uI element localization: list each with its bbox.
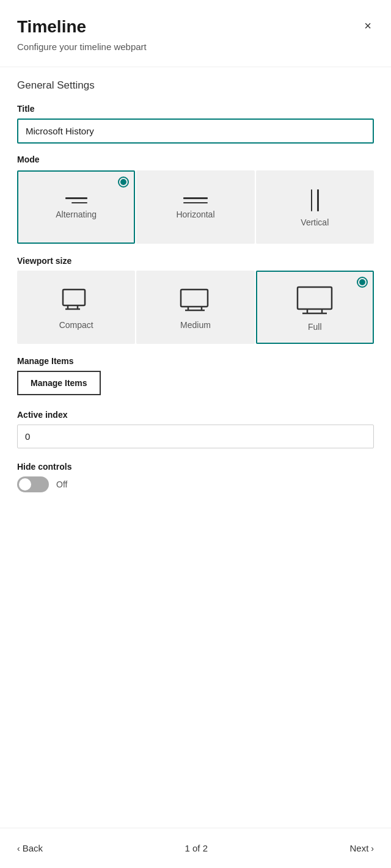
active-index-input[interactable] [17, 425, 374, 448]
panel-title: Timeline [17, 17, 374, 37]
radio-alternating [118, 177, 129, 188]
active-index-label: Active index [17, 410, 374, 420]
title-input[interactable] [17, 119, 374, 144]
header-divider [0, 67, 391, 67]
footer: ‹ Back 1 of 2 Next › [0, 828, 391, 868]
toggle-off-label: Off [56, 480, 67, 489]
content-area: General Settings Title Mode Alternating [0, 79, 391, 660]
toggle-track [17, 476, 49, 492]
hide-controls-toggle[interactable] [17, 476, 49, 492]
radio-full [357, 277, 368, 288]
vertical-label: Vertical [301, 217, 329, 227]
viewport-option-compact[interactable]: Compact [17, 271, 135, 344]
compact-icon [60, 287, 92, 314]
close-button[interactable]: × [362, 17, 374, 34]
back-chevron-icon: ‹ [17, 844, 20, 853]
compact-label: Compact [59, 320, 93, 330]
page-indicator: 1 of 2 [185, 843, 208, 853]
full-label: Full [308, 322, 322, 332]
hide-controls-row: Off [17, 476, 374, 492]
toggle-thumb [19, 478, 31, 491]
svg-rect-8 [298, 287, 332, 309]
mode-option-horizontal[interactable]: Horizontal [136, 170, 254, 244]
medium-icon [180, 287, 211, 314]
alternating-icon [65, 197, 87, 203]
horizontal-icon [183, 197, 208, 203]
medium-label: Medium [180, 320, 211, 330]
back-button[interactable]: ‹ Back [17, 841, 43, 856]
next-button[interactable]: Next › [349, 841, 374, 856]
mode-option-alternating[interactable]: Alternating [17, 170, 135, 244]
title-label: Title [17, 104, 374, 114]
full-icon [296, 285, 333, 316]
horizontal-label: Horizontal [176, 210, 214, 219]
viewport-option-grid: Compact Medium [17, 271, 374, 344]
mode-option-grid: Alternating Horizontal Vertical [17, 170, 374, 244]
next-label: Next [349, 843, 368, 853]
viewport-option-full[interactable]: Full [256, 271, 374, 344]
hide-controls-label: Hide controls [17, 462, 374, 472]
svg-rect-0 [63, 290, 85, 305]
manage-items-button[interactable]: Manage Items [17, 371, 101, 395]
panel-subtitle: Configure your timeline webpart [17, 42, 374, 52]
section-title: General Settings [17, 79, 374, 92]
viewport-option-medium[interactable]: Medium [136, 271, 254, 344]
back-label: Back [23, 843, 43, 853]
header: Timeline Configure your timeline webpart… [0, 0, 391, 67]
manage-items-section-label: Manage Items [17, 356, 374, 366]
viewport-label: Viewport size [17, 256, 374, 266]
mode-option-vertical[interactable]: Vertical [256, 170, 374, 244]
svg-rect-4 [181, 290, 208, 307]
alternating-label: Alternating [56, 210, 97, 219]
mode-label: Mode [17, 155, 374, 164]
vertical-icon [311, 189, 319, 211]
next-chevron-icon: › [371, 844, 374, 853]
panel: Timeline Configure your timeline webpart… [0, 0, 391, 868]
